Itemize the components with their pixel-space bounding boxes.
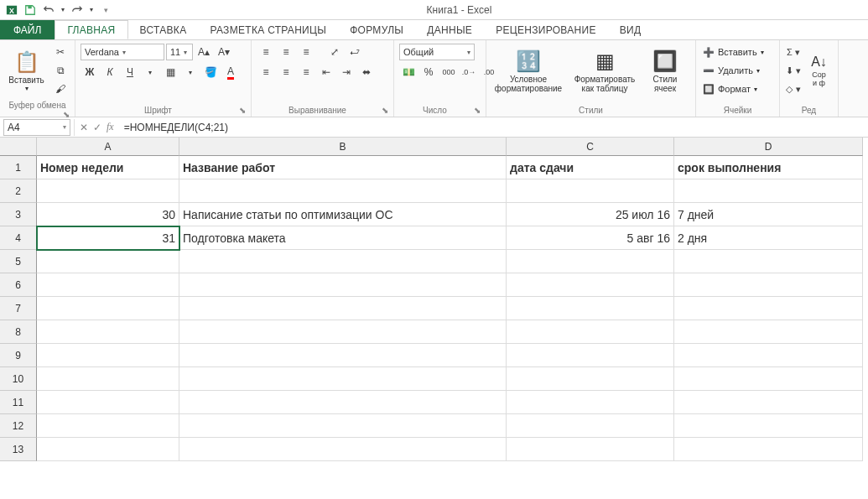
cell-A6[interactable] xyxy=(37,273,179,297)
comma-icon[interactable]: 000 xyxy=(439,64,458,81)
cell-C12[interactable] xyxy=(507,414,674,438)
row-header-2[interactable]: 2 xyxy=(0,179,37,203)
increase-indent-icon[interactable]: ⇥ xyxy=(337,64,356,81)
cell-B4[interactable]: Подготовка макета xyxy=(179,226,507,250)
italic-button[interactable]: К xyxy=(101,64,119,81)
merge-icon[interactable]: ⬌ xyxy=(357,64,376,81)
format-painter-icon[interactable]: 🖌 xyxy=(51,81,70,97)
align-top-icon[interactable]: ≡ xyxy=(257,44,275,60)
cell-C11[interactable] xyxy=(507,391,674,414)
cell-A9[interactable] xyxy=(37,344,179,367)
row-header-8[interactable]: 8 xyxy=(0,320,37,344)
cell-B13[interactable] xyxy=(179,438,507,461)
cell-D12[interactable] xyxy=(674,414,863,438)
accounting-icon[interactable]: 💵 xyxy=(399,64,418,81)
tab-formulas[interactable]: ФОРМУЛЫ xyxy=(338,20,415,39)
cell-B10[interactable] xyxy=(179,367,507,391)
tab-view[interactable]: ВИД xyxy=(608,20,653,39)
percent-icon[interactable]: % xyxy=(419,64,438,81)
cell-styles-button[interactable]: 🔲 Стили ячеек xyxy=(644,44,686,99)
cell-D1[interactable]: срок выполнения xyxy=(674,156,863,179)
cell-D13[interactable] xyxy=(674,438,863,461)
fx-icon[interactable]: fx xyxy=(107,121,114,133)
row-header-6[interactable]: 6 xyxy=(0,273,37,297)
row-header-9[interactable]: 9 xyxy=(0,344,37,367)
row-header-4[interactable]: 4 xyxy=(0,226,37,250)
cell-C9[interactable] xyxy=(507,344,674,367)
row-header-10[interactable]: 10 xyxy=(0,367,37,391)
underline-dropdown-icon[interactable]: ▾ xyxy=(141,64,159,81)
row-header-1[interactable]: 1 xyxy=(0,156,37,179)
cell-A10[interactable] xyxy=(37,367,179,391)
cell-D7[interactable] xyxy=(674,297,863,320)
underline-button[interactable]: Ч xyxy=(121,64,139,81)
fill-color-icon[interactable]: 🪣 xyxy=(201,64,220,81)
tab-file[interactable]: ФАЙЛ xyxy=(0,20,55,39)
cell-B2[interactable] xyxy=(179,179,507,203)
confirm-formula-icon[interactable]: ✓ xyxy=(93,122,101,133)
row-header-13[interactable]: 13 xyxy=(0,438,37,461)
fill-icon[interactable]: ⬇ ▾ xyxy=(785,62,802,79)
cell-D2[interactable] xyxy=(674,179,863,203)
cell-A8[interactable] xyxy=(37,320,179,344)
paste-button[interactable]: 📋 Вставить ▾ xyxy=(5,44,48,99)
font-color-icon[interactable]: A xyxy=(221,64,240,81)
orientation-icon[interactable]: ⤢ xyxy=(325,44,344,60)
row-header-11[interactable]: 11 xyxy=(0,391,37,414)
row-header-5[interactable]: 5 xyxy=(0,250,37,273)
cell-A1[interactable]: Номер недели xyxy=(37,156,179,179)
cell-A4[interactable]: 31 xyxy=(37,226,179,250)
row-header-7[interactable]: 7 xyxy=(0,297,37,320)
cell-C5[interactable] xyxy=(507,250,674,273)
cell-D11[interactable] xyxy=(674,391,863,414)
save-icon[interactable] xyxy=(22,2,39,18)
align-middle-icon[interactable]: ≡ xyxy=(277,44,295,60)
cell-D4[interactable]: 2 дня xyxy=(674,226,863,250)
cell-C1[interactable]: дата сдачи xyxy=(507,156,674,179)
cell-C13[interactable] xyxy=(507,438,674,461)
format-as-table-button[interactable]: ▦ Форматировать как таблицу xyxy=(569,44,641,99)
font-launcher-icon[interactable]: ⬊ xyxy=(239,106,246,115)
cell-D3[interactable]: 7 дней xyxy=(674,203,863,226)
cell-A7[interactable] xyxy=(37,297,179,320)
row-header-12[interactable]: 12 xyxy=(0,414,37,438)
cell-D10[interactable] xyxy=(674,367,863,391)
tab-data[interactable]: ДАННЫЕ xyxy=(415,20,484,39)
clipboard-launcher-icon[interactable]: ⬊ xyxy=(63,110,70,119)
col-header-A[interactable]: A xyxy=(37,138,179,156)
cell-A5[interactable] xyxy=(37,250,179,273)
wrap-text-icon[interactable]: ⮐ xyxy=(346,44,364,60)
select-all-corner[interactable] xyxy=(0,138,37,156)
cell-B7[interactable] xyxy=(179,297,507,320)
name-box[interactable]: A4▾ xyxy=(3,119,70,136)
cell-C7[interactable] xyxy=(507,297,674,320)
tab-review[interactable]: РЕЦЕНЗИРОВАНИЕ xyxy=(484,20,608,39)
cell-B1[interactable]: Название работ xyxy=(179,156,507,179)
cell-B9[interactable] xyxy=(179,344,507,367)
redo-icon[interactable] xyxy=(69,2,86,18)
insert-cells-button[interactable]: ➕Вставить▾ xyxy=(701,44,764,60)
qat-customize-icon[interactable]: ▾ xyxy=(97,2,114,18)
cell-D8[interactable] xyxy=(674,320,863,344)
cell-A11[interactable] xyxy=(37,391,179,414)
align-center-icon[interactable]: ≡ xyxy=(277,64,295,81)
align-left-icon[interactable]: ≡ xyxy=(257,64,275,81)
col-header-D[interactable]: D xyxy=(674,138,863,156)
cell-B11[interactable] xyxy=(179,391,507,414)
cell-B3[interactable]: Написание статьи по оптимизации ОС xyxy=(179,203,507,226)
bold-button[interactable]: Ж xyxy=(81,64,99,81)
decrease-indent-icon[interactable]: ⇤ xyxy=(317,64,335,81)
align-right-icon[interactable]: ≡ xyxy=(297,64,315,81)
cell-C10[interactable] xyxy=(507,367,674,391)
formula-input[interactable]: =НОМНЕДЕЛИ(C4;21) xyxy=(119,122,868,133)
tab-pagelayout[interactable]: РАЗМЕТКА СТРАНИЦЫ xyxy=(198,20,338,39)
row-header-3[interactable]: 3 xyxy=(0,203,37,226)
cell-C6[interactable] xyxy=(507,273,674,297)
tab-home[interactable]: ГЛАВНАЯ xyxy=(55,20,127,39)
cell-B8[interactable] xyxy=(179,320,507,344)
clear-icon[interactable]: ◇ ▾ xyxy=(785,81,802,97)
tab-insert[interactable]: ВСТАВКА xyxy=(128,20,199,39)
cell-A13[interactable] xyxy=(37,438,179,461)
cell-B6[interactable] xyxy=(179,273,507,297)
cell-A12[interactable] xyxy=(37,414,179,438)
